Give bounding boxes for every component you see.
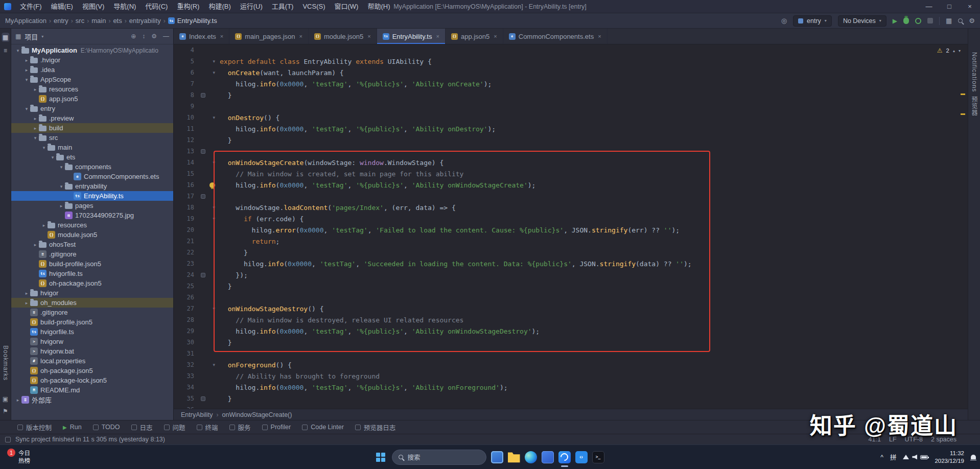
tree-item-components[interactable]: ▾components	[11, 162, 173, 172]
tray-system-icons[interactable]	[903, 455, 928, 460]
menu-item-10[interactable]: 窗口(W)	[330, 0, 363, 13]
code-breadcrumb-item[interactable]: EntryAbility	[180, 411, 214, 418]
project-view-icon[interactable]: ▦	[15, 33, 21, 40]
tree-item-ohosTest[interactable]: ▸ohosTest	[11, 240, 173, 249]
prev-warning-icon[interactable]: ▴	[953, 49, 955, 53]
tool-window-终端[interactable]: 终端	[197, 423, 218, 432]
breadcrumb-item[interactable]: main	[91, 17, 106, 25]
menu-item-0[interactable]: 文件(F)	[15, 0, 46, 13]
chevron-right-icon[interactable]: ▸	[14, 397, 21, 403]
inspection-widget[interactable]: ⚠ 2 ▴ ▾	[937, 47, 961, 54]
tab-module.json5[interactable]: {}module.json5×	[309, 29, 377, 44]
tree-item-resources[interactable]: ▸resources	[11, 84, 173, 94]
tree-item-EntryAbility.ts[interactable]: tsEntryAbility.ts	[11, 191, 173, 201]
run-button[interactable]: ▶	[893, 17, 897, 25]
chevron-right-icon[interactable]: ▸	[58, 203, 65, 208]
device-preview-icon[interactable]: ▦	[946, 17, 952, 25]
search-icon[interactable]	[958, 18, 963, 23]
profiler-button[interactable]	[915, 18, 921, 24]
code-line-5[interactable]: 5▾export default class EntryAbility exte…	[174, 56, 968, 67]
menu-item-5[interactable]: 重构(R)	[172, 0, 204, 13]
breadcrumb-item[interactable]: src	[76, 17, 84, 25]
tree-item-.gitignore[interactable]: ≡.gitignore	[11, 308, 173, 317]
tree-item-README.md[interactable]: MREADME.md	[11, 385, 173, 395]
tree-item-ets[interactable]: ▾ets	[11, 152, 173, 162]
tree-item-oh-package.json5[interactable]: {}oh-package.json5	[11, 278, 173, 288]
hide-panel-icon[interactable]: —	[163, 33, 169, 40]
code-editor[interactable]: 45▾export default class EntryAbility ext…	[174, 44, 968, 409]
vscode-icon[interactable]: ‹›	[575, 451, 588, 463]
tree-item-.gitignore[interactable]: ≡.gitignore	[11, 249, 173, 259]
debug-button[interactable]	[903, 17, 909, 24]
code-line-33[interactable]: 33 // Ability has brought to foreground	[174, 370, 968, 382]
chevron-down-icon[interactable]: ▾	[40, 145, 48, 150]
tool-window-Run[interactable]: ▶Run	[63, 424, 82, 431]
tray-expand-icon[interactable]: ^	[880, 454, 883, 461]
tree-item-local.properties[interactable]: #local.properties	[11, 356, 173, 366]
tab-EntryAbility.ts[interactable]: tsEntryAbility.ts×	[377, 29, 446, 44]
tray-clock[interactable]: 11:32 2023/12/19	[935, 450, 964, 465]
tool-window-日志[interactable]: 日志	[131, 423, 153, 432]
tree-item-.hvigor[interactable]: ▸.hvigor	[11, 55, 173, 65]
code-line-9[interactable]: 9	[174, 101, 968, 112]
menu-item-11[interactable]: 帮助(H)	[363, 0, 394, 13]
chevron-right-icon[interactable]: ▸	[32, 116, 39, 121]
code-line-19[interactable]: 19▾ if (err.code) {	[174, 213, 968, 224]
chevron-down-icon[interactable]: ▾	[32, 135, 39, 140]
tab-app.json5[interactable]: {}app.json5×	[446, 29, 503, 44]
tab-Index.ets[interactable]: eIndex.ets×	[174, 29, 229, 44]
menu-item-2[interactable]: 视图(V)	[78, 0, 109, 13]
tab-CommonComponents.ets[interactable]: eCommonComponents.ets×	[503, 29, 608, 44]
code-line-17[interactable]: 17	[174, 191, 968, 202]
intention-bulb-icon[interactable]	[209, 182, 215, 188]
code-line-7[interactable]: 7 hilog.info(0x0000, 'testTag', '%{publi…	[174, 78, 968, 89]
tool-window-服务[interactable]: 服务	[229, 423, 251, 432]
tool-window-TODO[interactable]: TODO	[93, 424, 120, 431]
breadcrumb-item[interactable]: entry	[54, 17, 68, 25]
tab-close-icon[interactable]: ×	[436, 33, 439, 39]
ime-indicator[interactable]: 拼	[890, 452, 897, 462]
minimize-button[interactable]: —	[919, 0, 939, 13]
tree-item-entry[interactable]: ▾entry	[11, 104, 173, 113]
tree-item-hvigorfile.ts[interactable]: tshvigorfile.ts	[11, 327, 173, 337]
fold-icon[interactable]: ▾	[213, 363, 215, 367]
menu-item-8[interactable]: 工具(T)	[267, 0, 298, 13]
code-line-29[interactable]: 29 hilog.info(0x0000, 'testTag', '%{publ…	[174, 325, 968, 337]
fold-icon[interactable]: ▾	[213, 217, 215, 221]
code-line-32[interactable]: 32▾ onForeground() {	[174, 359, 968, 370]
code-line-10[interactable]: 10▾ onDestroy() {	[174, 112, 968, 123]
tab-close-icon[interactable]: ×	[220, 33, 223, 39]
tree-item-build-profile.json5[interactable]: {}build-profile.json5	[11, 317, 173, 327]
code-line-28[interactable]: 28 // Main window is destroyed, release …	[174, 314, 968, 325]
menu-item-4[interactable]: 代码(C)	[141, 0, 172, 13]
device-manager-icon[interactable]: ◎	[781, 17, 787, 25]
tab-close-icon[interactable]: ×	[299, 33, 302, 39]
close-button[interactable]: ×	[960, 0, 980, 13]
breadcrumb-item[interactable]: entryability	[129, 17, 161, 25]
tab-close-icon[interactable]: ×	[494, 33, 497, 39]
tree-item-hvigorw.bat[interactable]: >hvigorw.bat	[11, 346, 173, 356]
panel-settings-icon[interactable]: ⚙	[151, 33, 157, 40]
maximize-button[interactable]: □	[939, 0, 960, 13]
tree-item-build[interactable]: ▸build	[11, 123, 173, 133]
tree-item-resources[interactable]: ▸resources	[11, 220, 173, 230]
menu-item-9[interactable]: VCS(S)	[298, 0, 330, 13]
breadcrumb-item[interactable]: tsEntryAbility.ts	[168, 17, 217, 25]
code-line-15[interactable]: 15 // Main window is created, set main p…	[174, 168, 968, 179]
code-line-4[interactable]: 4	[174, 44, 968, 56]
chevron-right-icon[interactable]: ▸	[32, 126, 39, 131]
chevron-right-icon[interactable]: ▸	[23, 300, 30, 306]
code-line-31[interactable]: 31	[174, 348, 968, 359]
stop-button[interactable]	[927, 18, 933, 24]
tree-item-1702344909275.jpg[interactable]: ▨1702344909275.jpg	[11, 210, 173, 220]
fold-icon[interactable]: ▾	[213, 59, 215, 64]
code-line-14[interactable]: 14▾ onWindowStageCreate(windowStage: win…	[174, 157, 968, 168]
chevron-down-icon[interactable]: ▾	[23, 77, 30, 82]
code-line-30[interactable]: 30 }	[174, 337, 968, 348]
menu-item-7[interactable]: 运行(U)	[236, 0, 267, 13]
tree-item-.idea[interactable]: ▸.idea	[11, 65, 173, 75]
menu-item-3[interactable]: 导航(N)	[109, 0, 141, 13]
tab-close-icon[interactable]: ×	[367, 33, 370, 39]
tree-item-app.json5[interactable]: {}app.json5	[11, 94, 173, 104]
code-line-35[interactable]: 35 }	[174, 393, 968, 404]
